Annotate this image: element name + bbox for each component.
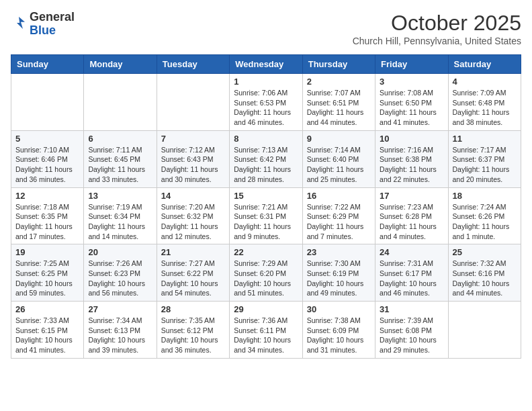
calendar-cell: 14 Sunrise: 7:20 AM Sunset: 6:32 PM Dayl…: [157, 187, 229, 244]
day-info: Sunrise: 7:32 AM Sunset: 6:16 PM Dayligh…: [453, 259, 517, 298]
day-info: Sunrise: 7:26 AM Sunset: 6:23 PM Dayligh…: [88, 259, 152, 298]
calendar-cell: 21 Sunrise: 7:27 AM Sunset: 6:22 PM Dayl…: [157, 244, 229, 302]
day-number: 23: [307, 247, 371, 257]
day-number: 1: [234, 77, 298, 87]
logo-icon: [11, 15, 27, 31]
calendar-cell: [157, 74, 229, 131]
day-info: Sunrise: 7:25 AM Sunset: 6:25 PM Dayligh…: [15, 259, 79, 298]
day-number: 15: [234, 191, 298, 201]
day-number: 13: [88, 191, 152, 201]
calendar-week-row: 19 Sunrise: 7:25 AM Sunset: 6:25 PM Dayl…: [11, 244, 521, 302]
day-number: 20: [88, 247, 152, 257]
svg-marker-0: [17, 17, 25, 29]
day-info: Sunrise: 7:16 AM Sunset: 6:38 PM Dayligh…: [380, 145, 443, 185]
day-number: 10: [380, 134, 443, 144]
calendar-cell: 24 Sunrise: 7:31 AM Sunset: 6:17 PM Dayl…: [375, 244, 448, 302]
day-number: 27: [88, 304, 152, 314]
calendar-cell: 29 Sunrise: 7:36 AM Sunset: 6:11 PM Dayl…: [230, 302, 302, 359]
day-number: 28: [161, 304, 225, 314]
day-info: Sunrise: 7:31 AM Sunset: 6:17 PM Dayligh…: [380, 259, 443, 298]
weekday-header-wednesday: Wednesday: [230, 55, 302, 74]
day-info: Sunrise: 7:10 AM Sunset: 6:46 PM Dayligh…: [15, 145, 79, 185]
day-info: Sunrise: 7:39 AM Sunset: 6:08 PM Dayligh…: [380, 316, 443, 355]
month-title: October 2025: [353, 11, 521, 36]
location: Church Hill, Pennsylvania, United States: [353, 36, 521, 46]
calendar-cell: 7 Sunrise: 7:12 AM Sunset: 6:43 PM Dayli…: [157, 130, 229, 187]
calendar-week-row: 12 Sunrise: 7:18 AM Sunset: 6:35 PM Dayl…: [11, 187, 521, 244]
calendar-cell: [448, 302, 521, 359]
day-info: Sunrise: 7:07 AM Sunset: 6:51 PM Dayligh…: [307, 88, 371, 128]
day-info: Sunrise: 7:12 AM Sunset: 6:43 PM Dayligh…: [161, 145, 225, 185]
calendar-cell: 20 Sunrise: 7:26 AM Sunset: 6:23 PM Dayl…: [84, 244, 157, 302]
calendar-cell: 9 Sunrise: 7:14 AM Sunset: 6:40 PM Dayli…: [302, 130, 375, 187]
calendar-cell: 22 Sunrise: 7:29 AM Sunset: 6:20 PM Dayl…: [230, 244, 302, 302]
day-number: 30: [307, 304, 371, 314]
day-number: 29: [234, 304, 298, 314]
day-number: 4: [453, 77, 517, 87]
day-info: Sunrise: 7:14 AM Sunset: 6:40 PM Dayligh…: [307, 145, 371, 185]
day-number: 18: [453, 191, 517, 201]
day-info: Sunrise: 7:23 AM Sunset: 6:28 PM Dayligh…: [380, 202, 443, 242]
calendar-cell: [11, 74, 84, 131]
day-info: Sunrise: 7:13 AM Sunset: 6:42 PM Dayligh…: [234, 145, 298, 185]
weekday-header-monday: Monday: [84, 55, 157, 74]
calendar-cell: 19 Sunrise: 7:25 AM Sunset: 6:25 PM Dayl…: [11, 244, 84, 302]
calendar-cell: 23 Sunrise: 7:30 AM Sunset: 6:19 PM Dayl…: [302, 244, 375, 302]
day-info: Sunrise: 7:11 AM Sunset: 6:45 PM Dayligh…: [88, 145, 152, 185]
logo: General Blue: [11, 11, 75, 38]
day-info: Sunrise: 7:09 AM Sunset: 6:48 PM Dayligh…: [453, 88, 517, 128]
calendar-cell: 2 Sunrise: 7:07 AM Sunset: 6:51 PM Dayli…: [302, 74, 375, 131]
day-info: Sunrise: 7:20 AM Sunset: 6:32 PM Dayligh…: [161, 202, 225, 242]
page-header: General Blue October 2025 Church Hill, P…: [11, 11, 521, 46]
calendar-cell: 10 Sunrise: 7:16 AM Sunset: 6:38 PM Dayl…: [375, 130, 448, 187]
day-number: 8: [234, 134, 298, 144]
calendar-cell: 8 Sunrise: 7:13 AM Sunset: 6:42 PM Dayli…: [230, 130, 302, 187]
day-info: Sunrise: 7:22 AM Sunset: 6:29 PM Dayligh…: [307, 202, 371, 242]
day-info: Sunrise: 7:08 AM Sunset: 6:50 PM Dayligh…: [380, 88, 443, 128]
day-number: 14: [161, 191, 225, 201]
day-number: 17: [380, 191, 443, 201]
calendar-cell: 1 Sunrise: 7:06 AM Sunset: 6:53 PM Dayli…: [230, 74, 302, 131]
calendar-cell: 31 Sunrise: 7:39 AM Sunset: 6:08 PM Dayl…: [375, 302, 448, 359]
weekday-header-thursday: Thursday: [302, 55, 375, 74]
day-number: 31: [380, 304, 443, 314]
calendar-cell: 25 Sunrise: 7:32 AM Sunset: 6:16 PM Dayl…: [448, 244, 521, 302]
calendar-cell: 15 Sunrise: 7:21 AM Sunset: 6:31 PM Dayl…: [230, 187, 302, 244]
day-number: 12: [15, 191, 79, 201]
calendar-table: SundayMondayTuesdayWednesdayThursdayFrid…: [11, 54, 521, 359]
calendar-week-row: 1 Sunrise: 7:06 AM Sunset: 6:53 PM Dayli…: [11, 74, 521, 131]
calendar-cell: 12 Sunrise: 7:18 AM Sunset: 6:35 PM Dayl…: [11, 187, 84, 244]
calendar-cell: 3 Sunrise: 7:08 AM Sunset: 6:50 PM Dayli…: [375, 74, 448, 131]
day-info: Sunrise: 7:29 AM Sunset: 6:20 PM Dayligh…: [234, 259, 298, 298]
logo-blue: Blue: [30, 24, 56, 37]
logo-general: General: [30, 10, 75, 24]
calendar-cell: 17 Sunrise: 7:23 AM Sunset: 6:28 PM Dayl…: [375, 187, 448, 244]
title-block: October 2025 Church Hill, Pennsylvania, …: [353, 11, 521, 46]
calendar-cell: 28 Sunrise: 7:35 AM Sunset: 6:12 PM Dayl…: [157, 302, 229, 359]
day-number: 6: [88, 134, 152, 144]
calendar-cell: 4 Sunrise: 7:09 AM Sunset: 6:48 PM Dayli…: [448, 74, 521, 131]
day-number: 2: [307, 77, 371, 87]
calendar-week-row: 5 Sunrise: 7:10 AM Sunset: 6:46 PM Dayli…: [11, 130, 521, 187]
weekday-header-friday: Friday: [375, 55, 448, 74]
day-info: Sunrise: 7:27 AM Sunset: 6:22 PM Dayligh…: [161, 259, 225, 298]
day-number: 16: [307, 191, 371, 201]
calendar-cell: 27 Sunrise: 7:34 AM Sunset: 6:13 PM Dayl…: [84, 302, 157, 359]
calendar-cell: 16 Sunrise: 7:22 AM Sunset: 6:29 PM Dayl…: [302, 187, 375, 244]
calendar-week-row: 26 Sunrise: 7:33 AM Sunset: 6:15 PM Dayl…: [11, 302, 521, 359]
day-number: 22: [234, 247, 298, 257]
day-number: 9: [307, 134, 371, 144]
day-number: 21: [161, 247, 225, 257]
day-number: 24: [380, 247, 443, 257]
day-info: Sunrise: 7:38 AM Sunset: 6:09 PM Dayligh…: [307, 316, 371, 355]
day-number: 3: [380, 77, 443, 87]
calendar-cell: 13 Sunrise: 7:19 AM Sunset: 6:34 PM Dayl…: [84, 187, 157, 244]
calendar-cell: 18 Sunrise: 7:24 AM Sunset: 6:26 PM Dayl…: [448, 187, 521, 244]
day-info: Sunrise: 7:34 AM Sunset: 6:13 PM Dayligh…: [88, 316, 152, 355]
calendar-cell: 5 Sunrise: 7:10 AM Sunset: 6:46 PM Dayli…: [11, 130, 84, 187]
calendar-cell: 30 Sunrise: 7:38 AM Sunset: 6:09 PM Dayl…: [302, 302, 375, 359]
calendar-cell: 6 Sunrise: 7:11 AM Sunset: 6:45 PM Dayli…: [84, 130, 157, 187]
day-info: Sunrise: 7:18 AM Sunset: 6:35 PM Dayligh…: [15, 202, 79, 242]
weekday-header-tuesday: Tuesday: [157, 55, 229, 74]
calendar-cell: 11 Sunrise: 7:17 AM Sunset: 6:37 PM Dayl…: [448, 130, 521, 187]
